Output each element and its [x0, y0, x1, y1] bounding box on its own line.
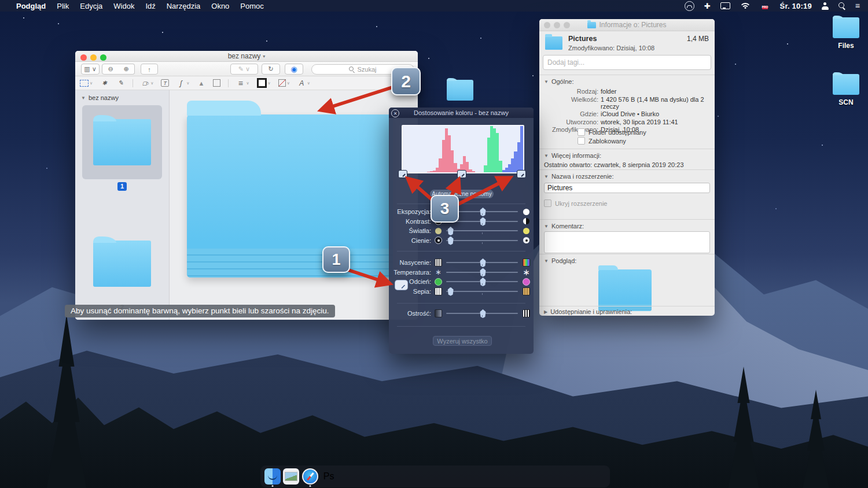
- section-name-extension[interactable]: ▼ Nazwa i rozszerzenie:: [539, 170, 715, 180]
- slider-thumb[interactable]: [447, 227, 454, 235]
- fill-color-tool[interactable]: ∨: [278, 79, 290, 87]
- slider-thumb[interactable]: [447, 236, 454, 245]
- zoom-button[interactable]: [100, 54, 106, 61]
- sidebar-toggle-button[interactable]: ▥ ∨: [81, 64, 100, 75]
- section-more-info[interactable]: ▼ Więcej informacji:: [539, 149, 715, 159]
- adjust-color-tool[interactable]: [197, 79, 205, 87]
- close-icon[interactable]: ✕: [391, 109, 399, 117]
- selection-tool[interactable]: ∨: [80, 80, 93, 87]
- desktop-icon-files[interactable]: Files: [827, 17, 865, 50]
- white-point-dropper[interactable]: [517, 170, 526, 178]
- airplay-display-icon[interactable]: [720, 2, 730, 9]
- markup-toolbar-toggle-button[interactable]: ◉: [285, 64, 303, 75]
- slider-track-nasycenie[interactable]: [446, 262, 518, 263]
- disclosure-triangle-icon[interactable]: ▼: [544, 79, 549, 84]
- zoom-out-button[interactable]: ⊖: [102, 64, 119, 75]
- preview-title-bar[interactable]: bez nazwy ▾: [75, 51, 418, 62]
- move-arrows-icon[interactable]: ✚: [704, 2, 711, 10]
- text-style-tool[interactable]: ∨: [297, 79, 310, 87]
- minimize-button[interactable]: [554, 22, 560, 28]
- sidebar-thumbnail-1[interactable]: 1: [82, 105, 162, 191]
- menu-item-podgląd[interactable]: Podgląd: [16, 2, 46, 10]
- slider-track-ostrość[interactable]: [446, 313, 518, 314]
- slider-track-cienie[interactable]: [446, 240, 518, 241]
- menu-item-plik[interactable]: Plik: [57, 2, 69, 10]
- tint-eyedropper-button[interactable]: [395, 280, 407, 290]
- checkbox-shared-folder[interactable]: Folder udostępniany: [578, 128, 646, 136]
- disclosure-triangle-icon[interactable]: ▼: [544, 224, 549, 229]
- user-icon[interactable]: [822, 2, 829, 10]
- checkbox-locked[interactable]: Zablokowany: [578, 137, 626, 145]
- slider-track-odcień[interactable]: [446, 281, 518, 282]
- border-color-tool[interactable]: ∨: [257, 78, 271, 88]
- markup-pen-button[interactable]: ✎ ∨: [230, 64, 258, 75]
- magic-wand-tool[interactable]: [100, 79, 109, 87]
- disclosure-triangle-icon[interactable]: ▼: [81, 95, 86, 101]
- sidebar-thumbnail-2[interactable]: 2: [82, 227, 162, 310]
- section-sharing-permissions[interactable]: ▶ Udostępnianie i uprawnienia:: [539, 306, 715, 315]
- checkbox-hide-extension[interactable]: Ukryj rozszerzenie: [544, 199, 607, 207]
- dock-preview[interactable]: [282, 467, 300, 486]
- slider-thumb[interactable]: [479, 278, 487, 286]
- folder-image[interactable]: [187, 114, 393, 278]
- adjust-size-tool[interactable]: [213, 79, 220, 87]
- input-language-flag-icon[interactable]: PRO: [760, 3, 770, 9]
- wifi-icon[interactable]: [740, 2, 751, 9]
- slider-track-temperatura[interactable]: [446, 272, 518, 273]
- line-style-tool[interactable]: ∨: [236, 79, 249, 87]
- slider-thumb[interactable]: [479, 208, 487, 216]
- dock-finder[interactable]: [264, 467, 281, 486]
- sketch-tool[interactable]: [116, 79, 125, 87]
- notification-center-icon[interactable]: ≡: [855, 3, 860, 9]
- tags-input[interactable]: Dodaj tagi...: [543, 55, 711, 70]
- slider-thumb[interactable]: [447, 287, 454, 296]
- name-field[interactable]: [544, 183, 710, 193]
- disclosure-triangle-icon[interactable]: ▼: [544, 153, 549, 158]
- section-general[interactable]: ▼ Ogólne:: [539, 75, 715, 85]
- checkbox-icon[interactable]: [578, 128, 585, 136]
- menu-item-pomoc[interactable]: Pomoc: [240, 2, 263, 10]
- disclosure-triangle-icon[interactable]: ▶: [544, 309, 547, 315]
- spotlight-search-icon[interactable]: [838, 2, 845, 9]
- creative-cloud-icon[interactable]: [685, 1, 694, 11]
- slider-thumb[interactable]: [479, 217, 487, 226]
- disclosure-triangle-icon[interactable]: ▼: [544, 174, 549, 179]
- comment-box[interactable]: [544, 231, 710, 253]
- text-tool[interactable]: [161, 79, 169, 87]
- info-title-bar[interactable]: Informacje o: Pictures: [539, 19, 715, 31]
- zoom-in-button[interactable]: ⊕: [118, 64, 135, 75]
- sidebar-header[interactable]: ▼ bez nazwy: [75, 90, 169, 101]
- section-comment[interactable]: ▼ Komentarz:: [539, 220, 715, 230]
- reset-all-button[interactable]: Wyzeruj wszystko: [433, 336, 492, 346]
- shapes-tool[interactable]: ∨: [141, 79, 153, 87]
- dock-safari[interactable]: [301, 467, 319, 486]
- slider-thumb[interactable]: [479, 258, 487, 267]
- menu-item-edycja[interactable]: Edycja: [80, 2, 102, 10]
- disclosure-triangle-icon[interactable]: ▼: [544, 258, 549, 264]
- menu-item-idź[interactable]: Idź: [145, 2, 155, 10]
- zoom-button[interactable]: [564, 22, 570, 28]
- desktop-icon-scn[interactable]: SCN: [827, 74, 865, 106]
- slider-thumb[interactable]: [479, 268, 487, 277]
- checkbox-icon[interactable]: [544, 199, 551, 207]
- close-button[interactable]: [80, 54, 87, 61]
- rotate-button[interactable]: ↻: [262, 64, 280, 75]
- black-point-dropper[interactable]: [398, 170, 407, 178]
- checkbox-icon[interactable]: [578, 137, 585, 145]
- slider-thumb[interactable]: [479, 309, 487, 318]
- section-preview[interactable]: ▼ Podgląd:: [539, 254, 715, 264]
- menu-clock[interactable]: Śr. 10:19: [780, 2, 812, 10]
- slider-track-sepia[interactable]: [446, 291, 518, 292]
- share-button[interactable]: ↑: [141, 64, 158, 75]
- menu-item-widok[interactable]: Widok: [113, 2, 134, 10]
- menu-item-narzędzia[interactable]: Narzędzia: [167, 2, 201, 10]
- panel-title-bar[interactable]: ✕ Dostosowanie koloru - bez nazwy: [389, 108, 534, 118]
- slider-track-światła[interactable]: [446, 230, 518, 231]
- close-button[interactable]: [544, 22, 550, 28]
- preview-canvas[interactable]: [170, 90, 418, 320]
- title-chevron-icon[interactable]: ▾: [263, 54, 265, 59]
- minimize-button[interactable]: [90, 54, 97, 61]
- menu-item-okno[interactable]: Okno: [211, 2, 229, 10]
- dock-photoshop[interactable]: Ps: [320, 467, 337, 486]
- desktop-icon-folder[interactable]: [441, 80, 479, 104]
